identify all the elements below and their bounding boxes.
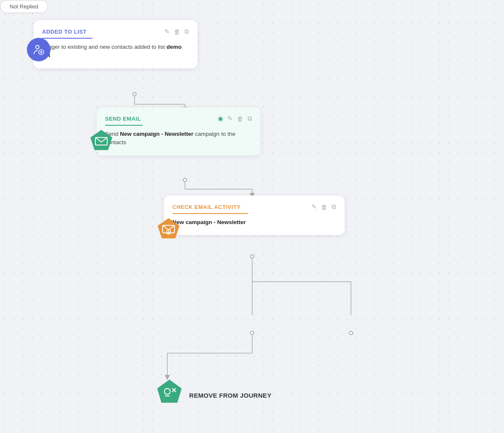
- card-actions: ✎ 🗑 ⧉: [311, 203, 336, 211]
- svg-marker-17: [90, 130, 112, 150]
- card-title: ADDED TO LIST: [42, 29, 87, 35]
- card-header: CHECK EMAIL ACTIVITY ✎ 🗑 ⧉: [172, 203, 336, 211]
- send-email-icon: [89, 128, 114, 153]
- not-replied-branch: Not Replied: [0, 0, 48, 13]
- added-to-list-icon: [27, 38, 50, 61]
- send-email-card: SEND EMAIL ◉ ✎ 🗑 ⧉ Send New campaign - N…: [97, 107, 261, 156]
- card-underline: [42, 38, 92, 39]
- edit-icon[interactable]: ✎: [164, 28, 170, 35]
- svg-point-13: [36, 45, 39, 49]
- svg-marker-23: [157, 380, 182, 403]
- copy-icon[interactable]: ⧉: [332, 203, 336, 211]
- added-to-list-card: ADDED TO LIST ✎ 🗑 ⧉ Trigger to existing …: [34, 20, 198, 69]
- card-actions: ◉ ✎ 🗑 ⧉: [218, 115, 252, 122]
- card-header: SEND EMAIL ◉ ✎ 🗑 ⧉: [105, 115, 252, 122]
- node-dot-not-replied: [349, 331, 353, 335]
- node-dot-2: [183, 178, 187, 182]
- eye-icon[interactable]: ◉: [218, 115, 223, 122]
- trash-icon[interactable]: 🗑: [237, 115, 243, 122]
- card-underline: [105, 125, 143, 126]
- trash-icon[interactable]: 🗑: [321, 203, 327, 211]
- not-replied-label: Not Replied: [10, 3, 38, 10]
- card-body-bold: New campaign - Newsletter: [172, 219, 246, 225]
- card-body: New campaign - Newsletter: [172, 218, 336, 227]
- check-email-icon: [156, 216, 181, 242]
- remove-pentagon-svg: [155, 378, 184, 407]
- pentagon-svg: [89, 128, 114, 153]
- node-dot-replied: [250, 331, 254, 335]
- card-header: ADDED TO LIST ✎ 🗑 ⧉: [42, 28, 189, 35]
- trash-icon[interactable]: 🗑: [174, 28, 180, 35]
- card-actions: ✎ 🗑 ⧉: [164, 28, 189, 35]
- node-dot-1: [132, 92, 137, 96]
- card-title: CHECK EMAIL ACTIVITY: [172, 204, 240, 210]
- card-body: Send New campaign - Newsletter campaign …: [105, 130, 252, 147]
- card-body-prefix: Trigger to existing and new contacts add…: [42, 44, 166, 50]
- card-underline: [172, 213, 248, 214]
- copy-icon[interactable]: ⧉: [248, 115, 252, 122]
- remove-journey-text: REMOVE FROM JOURNEY: [189, 392, 272, 399]
- edit-icon[interactable]: ✎: [311, 203, 317, 211]
- svg-point-22: [168, 231, 169, 233]
- copy-icon[interactable]: ⧉: [185, 28, 189, 35]
- svg-marker-19: [158, 218, 179, 238]
- orange-pentagon-svg: [156, 216, 181, 242]
- remove-journey-icon: [155, 378, 184, 407]
- card-body-bold: New campaign - Newsletter: [120, 131, 193, 137]
- card-title: SEND EMAIL: [105, 116, 141, 122]
- flow-canvas: ADDED TO LIST ✎ 🗑 ⧉ Trigger to existing …: [0, 0, 504, 433]
- remove-journey-label: REMOVE FROM JOURNEY: [189, 392, 272, 399]
- card-body: Trigger to existing and new contacts add…: [42, 43, 189, 60]
- node-dot-3: [250, 254, 254, 259]
- check-email-card: CHECK EMAIL ACTIVITY ✎ 🗑 ⧉ New campaign …: [164, 195, 345, 235]
- person-add-svg: [32, 43, 45, 56]
- edit-icon[interactable]: ✎: [227, 115, 233, 122]
